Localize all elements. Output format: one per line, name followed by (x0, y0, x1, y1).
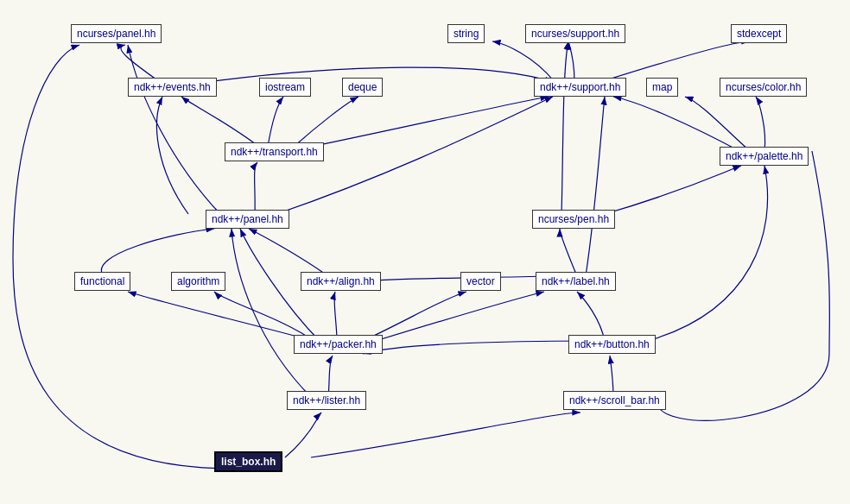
node-algorithm: algorithm (171, 272, 225, 291)
node-ncurses-color-hh: ncurses/color.hh (720, 78, 807, 97)
node-vector: vector (460, 272, 501, 291)
node-ndk-lister-hh: ndk++/lister.hh (287, 391, 366, 410)
dependency-graph: ncurses/panel.hh string ncurses/support.… (0, 0, 850, 504)
node-functional: functional (74, 272, 130, 291)
node-ndk-align-hh: ndk++/align.hh (301, 272, 381, 291)
node-ndk-label-hh: ndk++/label.hh (536, 272, 616, 291)
arrows-svg (0, 0, 850, 504)
node-stdexcept: stdexcept (731, 24, 787, 43)
node-ncurses-support-hh: ncurses/support.hh (525, 24, 625, 43)
node-ndk-palette-hh: ndk++/palette.hh (720, 147, 809, 166)
node-iostream: iostream (259, 78, 311, 97)
node-deque: deque (342, 78, 383, 97)
node-ndk-packer-hh: ndk++/packer.hh (294, 335, 383, 354)
node-ndk-panel-hh: ndk++/panel.hh (206, 210, 289, 229)
node-ndk-transport-hh: ndk++/transport.hh (225, 142, 324, 161)
node-ndk-support-hh: ndk++/support.hh (534, 78, 626, 97)
node-ndk-button-hh: ndk++/button.hh (568, 335, 656, 354)
node-string: string (447, 24, 485, 43)
node-ndk-scroll-bar-hh: ndk++/scroll_bar.hh (563, 391, 666, 410)
node-list-box-hh: list_box.hh (214, 451, 282, 472)
node-ndk-events-hh: ndk++/events.hh (128, 78, 217, 97)
node-ncurses-pen-hh: ncurses/pen.hh (532, 210, 615, 229)
node-ncurses-panel-hh: ncurses/panel.hh (71, 24, 162, 43)
node-map: map (646, 78, 678, 97)
